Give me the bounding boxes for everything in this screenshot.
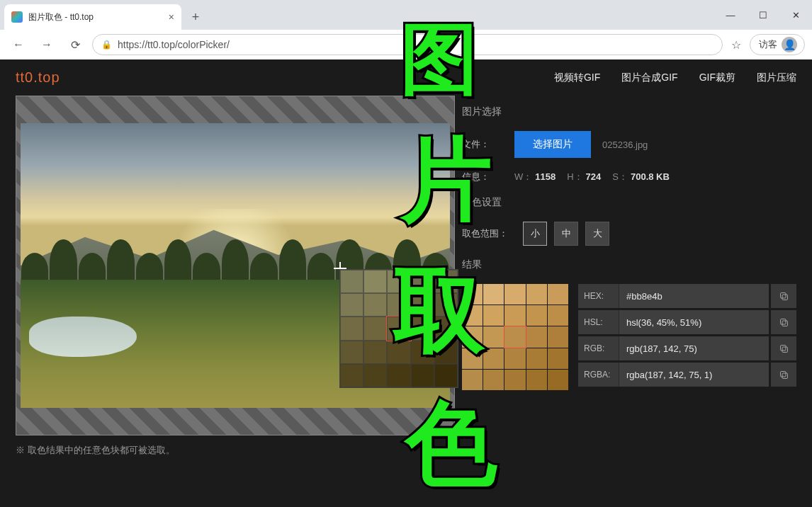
result-swatch[interactable] bbox=[483, 284, 504, 304]
result-swatch[interactable] bbox=[504, 326, 525, 347]
result-swatch[interactable] bbox=[462, 284, 483, 304]
svg-rect-7 bbox=[780, 371, 786, 377]
result-swatch[interactable] bbox=[548, 326, 568, 347]
forward-button[interactable]: → bbox=[35, 33, 58, 56]
info-label: 信息： bbox=[462, 171, 503, 183]
zoom-cell bbox=[411, 270, 434, 293]
section-result: 结果 bbox=[462, 258, 796, 271]
filename-text: 025236.jpg bbox=[602, 139, 648, 150]
svg-rect-2 bbox=[782, 321, 788, 326]
zoom-cell bbox=[363, 317, 387, 340]
footnote-text: ※ 取色结果中的任意色块都可被选取。 bbox=[0, 435, 812, 457]
header-nav: 视频转GIF图片合成GIFGIF裁剪图片压缩 bbox=[554, 72, 796, 84]
tab-bar: 图片取色 - tt0.top × + — ☐ ✕ bbox=[0, 0, 812, 30]
info-width: W：1158 bbox=[514, 171, 556, 183]
result-swatch[interactable] bbox=[462, 305, 483, 326]
result-swatch[interactable] bbox=[526, 348, 547, 369]
zoom-magnifier-grid bbox=[339, 269, 458, 388]
zoom-cell bbox=[340, 364, 363, 387]
range-option-大[interactable]: 大 bbox=[585, 222, 609, 246]
nav-link[interactable]: GIF裁剪 bbox=[699, 72, 735, 84]
result-swatch[interactable] bbox=[504, 305, 525, 326]
result-color-grid bbox=[462, 284, 568, 390]
color-value-text: hsl(36, 45%, 51%) bbox=[619, 310, 769, 334]
zoom-cell bbox=[434, 317, 458, 340]
result-swatch[interactable] bbox=[483, 326, 504, 347]
page-header: tt0.top 视频转GIF图片合成GIFGIF裁剪图片压缩 bbox=[0, 59, 812, 96]
results-area: HEX:#bb8e4bHSL:hsl(36, 45%, 51%)RGB:rgb(… bbox=[462, 284, 796, 390]
zoom-cell bbox=[434, 341, 458, 364]
tab-title: 图片取色 - tt0.top bbox=[28, 11, 94, 23]
favorite-button[interactable]: ☆ bbox=[728, 35, 744, 55]
maximize-button[interactable]: ☐ bbox=[747, 0, 779, 30]
result-swatch[interactable] bbox=[504, 348, 525, 369]
zoom-cell bbox=[387, 341, 410, 364]
svg-rect-0 bbox=[782, 295, 788, 300]
zoom-cell bbox=[363, 341, 387, 364]
nav-link[interactable]: 视频转GIF bbox=[554, 72, 600, 84]
copy-button[interactable] bbox=[771, 336, 796, 360]
result-swatch[interactable] bbox=[548, 305, 568, 326]
site-logo[interactable]: tt0.top bbox=[16, 69, 60, 86]
range-options: 小中大 bbox=[523, 222, 609, 246]
zoom-cell bbox=[387, 364, 410, 387]
range-option-中[interactable]: 中 bbox=[554, 222, 578, 246]
minimize-button[interactable]: — bbox=[714, 0, 747, 30]
back-button[interactable]: ← bbox=[7, 33, 30, 56]
reload-button[interactable]: ⟳ bbox=[64, 33, 86, 56]
color-value-label: HSL: bbox=[578, 310, 619, 334]
result-swatch[interactable] bbox=[548, 284, 568, 304]
result-swatch[interactable] bbox=[526, 284, 547, 304]
file-label: 文件： bbox=[462, 138, 503, 151]
copy-button[interactable] bbox=[771, 363, 796, 387]
info-size: S：700.8 KB bbox=[612, 171, 670, 183]
range-row: 取色范围： 小中大 bbox=[462, 222, 796, 246]
svg-rect-4 bbox=[782, 347, 788, 353]
svg-rect-5 bbox=[780, 345, 786, 351]
select-image-button[interactable]: 选择图片 bbox=[514, 131, 591, 158]
result-swatch[interactable] bbox=[483, 305, 504, 326]
zoom-cell bbox=[411, 293, 434, 317]
browser-tab[interactable]: 图片取色 - tt0.top × bbox=[4, 4, 181, 30]
zoom-cell bbox=[363, 270, 387, 293]
url-bar[interactable]: 🔒 https://tt0.top/colorPicker/ bbox=[92, 34, 723, 55]
color-value-row: HSL:hsl(36, 45%, 51%) bbox=[578, 310, 796, 334]
result-swatch[interactable] bbox=[526, 305, 547, 326]
result-swatch[interactable] bbox=[483, 370, 504, 390]
info-height: H：724 bbox=[567, 171, 601, 183]
result-swatch[interactable] bbox=[483, 348, 504, 369]
file-row: 文件： 选择图片 025236.jpg bbox=[462, 131, 796, 158]
copy-button[interactable] bbox=[771, 310, 796, 334]
color-value-text: rgb(187, 142, 75) bbox=[619, 336, 769, 360]
result-swatch[interactable] bbox=[504, 370, 525, 390]
close-window-button[interactable]: ✕ bbox=[779, 0, 812, 30]
zoom-cell bbox=[411, 317, 434, 340]
result-swatch[interactable] bbox=[548, 348, 568, 369]
range-option-小[interactable]: 小 bbox=[523, 222, 547, 246]
color-value-row: HEX:#bb8e4b bbox=[578, 284, 796, 308]
result-swatch[interactable] bbox=[548, 370, 568, 390]
guest-profile-button[interactable]: 访客 👤 bbox=[750, 34, 805, 55]
result-swatch[interactable] bbox=[462, 348, 483, 369]
nav-link[interactable]: 图片压缩 bbox=[757, 72, 796, 84]
color-value-label: HEX: bbox=[578, 284, 619, 308]
result-swatch[interactable] bbox=[526, 326, 547, 347]
browser-chrome: 图片取色 - tt0.top × + — ☐ ✕ ← → ⟳ 🔒 https:/… bbox=[0, 0, 812, 59]
nav-link[interactable]: 图片合成GIF bbox=[621, 72, 677, 84]
color-value-text: rgba(187, 142, 75, 1) bbox=[619, 363, 769, 387]
result-swatch[interactable] bbox=[462, 326, 483, 347]
zoom-cell bbox=[387, 270, 410, 293]
new-tab-button[interactable]: + bbox=[186, 7, 205, 27]
result-swatch[interactable] bbox=[462, 370, 483, 390]
color-value-text: #bb8e4b bbox=[619, 284, 769, 308]
copy-button[interactable] bbox=[771, 284, 796, 308]
result-swatch[interactable] bbox=[526, 370, 547, 390]
url-text: https://tt0.top/colorPicker/ bbox=[118, 39, 230, 50]
zoom-cell bbox=[340, 317, 363, 340]
zoom-cell bbox=[363, 364, 387, 387]
section-pick-settings: 取色设置 bbox=[462, 196, 796, 209]
close-tab-icon[interactable]: × bbox=[169, 11, 174, 23]
result-swatch[interactable] bbox=[504, 284, 525, 304]
main-content: 图片选择 文件： 选择图片 025236.jpg 信息： W：1158 H：72… bbox=[0, 96, 812, 435]
info-row: 信息： W：1158 H：724 S：700.8 KB bbox=[462, 171, 796, 183]
